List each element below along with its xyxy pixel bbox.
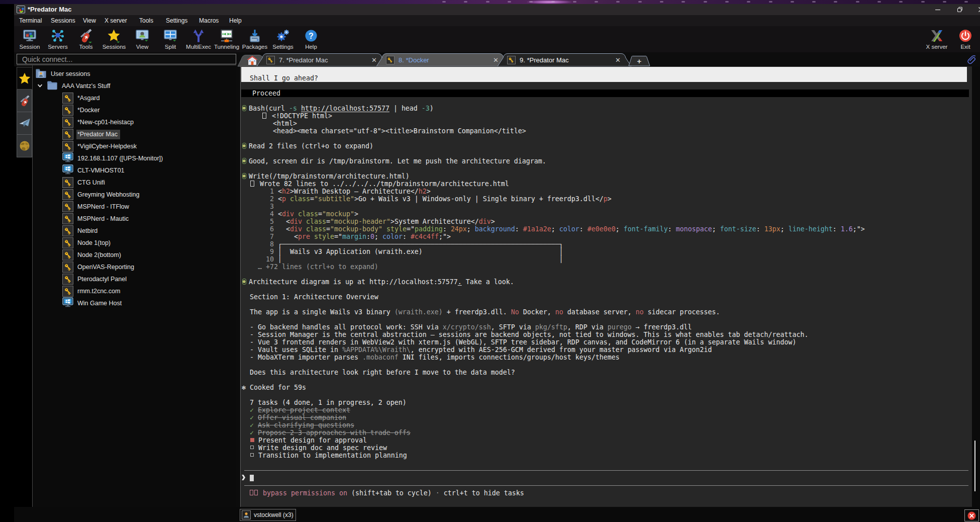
tree-item-predator-mac[interactable]: *Predator Mac xyxy=(33,128,236,140)
terminal-row: 5 <div class="mockup-header">System Arch… xyxy=(241,218,495,225)
taskbar-icon-dash xyxy=(856,1,859,3)
toolbar-button-split[interactable]: Split xyxy=(156,27,184,52)
tree-item-node-2-bottom[interactable]: Node 2(bottom) xyxy=(33,249,236,261)
tree-item-mspnerd-mautic[interactable]: MSPNerd - Mautic xyxy=(33,213,236,225)
tree-item-aaa-vantz-s-stuff[interactable]: AAA Vantz's Stuff xyxy=(33,80,236,92)
terminal-text: >Wraith Desktop — Architecture</ xyxy=(290,188,419,195)
rail-tab-globe[interactable] xyxy=(17,135,32,157)
terminal-text: · xyxy=(432,489,444,497)
new-tab-button[interactable]: + xyxy=(628,56,651,66)
tree-item-new-cp01-heistacp[interactable]: *New-cp01-heistacp xyxy=(33,116,236,128)
sessions-icon xyxy=(107,28,122,43)
tree-item-netbird[interactable]: Netbird xyxy=(33,225,236,237)
toolbar-label: MultiExec xyxy=(184,44,213,50)
terminal-text: Proceed xyxy=(244,90,280,97)
toolbar-button-multiexec[interactable]: MultiExec xyxy=(184,27,213,52)
packages-icon xyxy=(247,28,262,43)
menu-item-sessions[interactable]: Sessions xyxy=(49,17,77,25)
toolbar-button-tools[interactable]: Tools xyxy=(72,27,100,52)
tree-item-192-168-1-107-ups-monitor[interactable]: 192.168.1.107 ([UPS-Monitor]) xyxy=(33,152,236,164)
terminal-row: - Vue 3 frontend renders in WebView2 wit… xyxy=(241,338,796,346)
tree-item-label: AAA Vantz's Stuff xyxy=(61,81,113,91)
menu-item-settings[interactable]: Settings xyxy=(164,17,189,25)
task-open-icon xyxy=(250,446,254,449)
toolbar-button-help[interactable]: ? Help xyxy=(297,27,325,52)
terminal-area[interactable]: Shall I go ahead? ProceedBash(curl -s ht… xyxy=(240,66,972,507)
status-user-button[interactable]: vstockwell (x3) xyxy=(240,509,296,521)
menu-item-x-server[interactable]: X server xyxy=(103,17,129,25)
toolbar-label: Packages xyxy=(241,44,269,50)
tree-item-openvas-reporting[interactable]: OpenVAS-Reporting xyxy=(33,261,236,273)
terminal-text: ┌───────────────────────────────────────… xyxy=(278,240,563,248)
tree-item-asgard[interactable]: *Asgard xyxy=(33,92,236,104)
tree-item-user-sessions[interactable]: User sessions xyxy=(33,68,236,80)
tab-8-docker[interactable]: 8. *Docker✕ xyxy=(383,53,503,66)
toolbar-button-exit[interactable]: Exit xyxy=(951,27,979,52)
terminal-row xyxy=(241,301,242,308)
chevron-down-icon[interactable] xyxy=(37,82,43,90)
menu-item-tools[interactable]: Tools xyxy=(137,17,155,25)
attach-paperclip-icon[interactable] xyxy=(967,55,976,64)
toolbar-button-xserver[interactable]: X server xyxy=(923,27,951,52)
terminal-scrollbar[interactable] xyxy=(972,66,980,507)
tree-item-pterodactyl-panel[interactable]: Pterodactyl Panel xyxy=(33,273,236,285)
close-button[interactable] xyxy=(970,4,980,15)
taskbar-icon-dash xyxy=(725,1,729,3)
tree-item-label: Netbird xyxy=(76,226,100,236)
toolbar-button-settings[interactable]: Settings xyxy=(269,27,297,52)
toolbar-button-packages[interactable]: Packages xyxy=(241,27,269,52)
toolbar-button-servers[interactable]: Servers xyxy=(44,27,72,52)
tab-close-icon[interactable]: ✕ xyxy=(614,56,622,64)
terminal-text: Bash(curl xyxy=(249,105,289,112)
tree-item-rmm-t2cnc-com[interactable]: rmm.t2cnc.com xyxy=(33,285,236,297)
taskbar-icon-dash xyxy=(747,1,750,3)
terminal-text: Write design doc and spec review xyxy=(258,444,387,452)
status-user-label: vstockwell (x3) xyxy=(254,511,293,518)
toolbar-button-sessions[interactable]: Sessions xyxy=(100,27,128,52)
toolbar-button-session[interactable]: Session xyxy=(16,27,44,52)
sidebar-rail xyxy=(17,67,32,157)
rail-tab-knife[interactable] xyxy=(17,90,32,112)
minimize-button[interactable] xyxy=(927,4,949,15)
sidebar-splitter[interactable] xyxy=(236,66,240,507)
terminal-text: ✓ xyxy=(242,406,258,414)
terminal-text: Architecture diagram is up at http://loc… xyxy=(249,278,458,286)
terminal-text: Take a look. xyxy=(462,278,514,286)
tree-item-mspnerd-itflow[interactable]: MSPNerd - ITFlow xyxy=(33,201,236,213)
terminal-text: margin xyxy=(342,233,366,240)
tree-item-ctg-unifi[interactable]: CTG Unifi xyxy=(33,177,236,189)
toolbar-button-tunneling[interactable]: Tunneling xyxy=(213,27,241,52)
status-close-button[interactable] xyxy=(964,509,979,521)
terminal-text: The app is a single Wails v3 binary xyxy=(242,308,395,316)
terminal-row: Present design for approval xyxy=(241,437,367,444)
restore-button[interactable] xyxy=(949,4,971,15)
terminal-text: ctrl+t to hide tasks xyxy=(444,489,524,497)
rail-tab-star[interactable] xyxy=(17,67,32,90)
terminal-text: 2 xyxy=(242,195,278,203)
tab-7-predator-mac[interactable]: 7. *Predator Mac✕ xyxy=(263,53,381,66)
menu-item-terminal[interactable]: Terminal xyxy=(17,17,44,25)
terminal-row: Section 1: Architecture Overview xyxy=(241,293,378,301)
menu-item-help[interactable]: Help xyxy=(227,17,244,25)
terminal-text: : xyxy=(443,225,451,233)
tree-item-node-1-top[interactable]: Node 1(top) xyxy=(33,237,236,249)
menu-item-view[interactable]: View xyxy=(81,17,98,25)
scrollbar-thumb[interactable] xyxy=(974,441,975,491)
tree-item-label: Node 2(bottom) xyxy=(76,250,124,260)
rail-tab-plane[interactable] xyxy=(17,112,32,135)
tree-item-clt-vmhost01[interactable]: CLT-VMHOST01 xyxy=(33,164,236,177)
terminal-text: style xyxy=(314,233,334,240)
tree-item-label: OpenVAS-Reporting xyxy=(76,263,137,272)
terminal-text: class xyxy=(290,195,310,203)
tree-item-vigilcyber-helpdesk[interactable]: *VigilCyber-Helpdesk xyxy=(33,140,236,152)
quick-connect-input[interactable] xyxy=(17,54,236,64)
terminal-text: ; xyxy=(467,225,475,233)
toolbar-button-view[interactable]: View xyxy=(128,27,156,52)
menu-item-macros[interactable]: Macros xyxy=(197,17,221,25)
terminal-text: │ │ xyxy=(278,255,563,263)
tab-9-predator-mac[interactable]: 9. *Predator Mac✕ xyxy=(504,53,625,66)
tree-item-win-game-host[interactable]: Win Game Host xyxy=(33,297,236,309)
tree-item-greyming-webhosting[interactable]: Greyming Webhosting xyxy=(33,189,236,201)
title-bar[interactable]: *Predator Mac xyxy=(14,4,980,15)
tree-item-docker[interactable]: *Docker xyxy=(33,104,236,116)
